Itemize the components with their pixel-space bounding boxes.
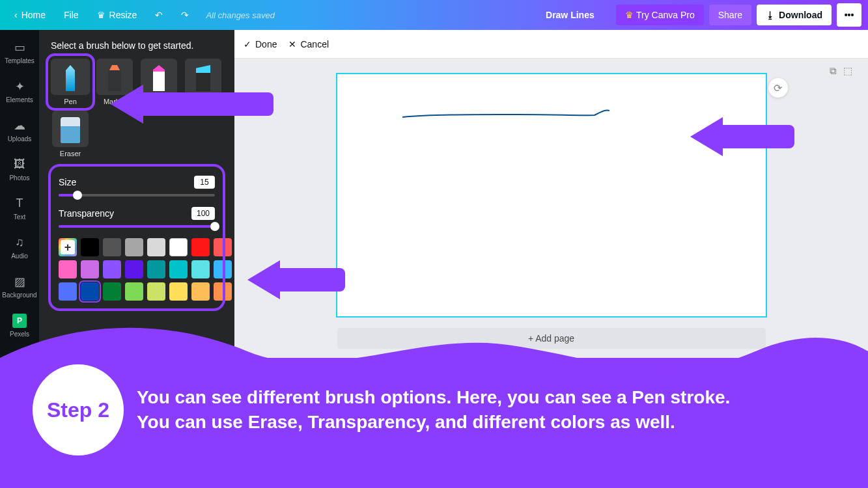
- add-color-button[interactable]: [59, 238, 77, 256]
- color-swatch[interactable]: [169, 238, 188, 256]
- brush-pen[interactable]: Pen: [48, 56, 92, 108]
- color-swatch[interactable]: [81, 260, 99, 278]
- download-label: Download: [779, 10, 822, 20]
- undo-icon: ↶: [155, 10, 163, 20]
- cancel-label: Cancel: [300, 39, 329, 49]
- glowpen-icon: [153, 65, 165, 91]
- brush-row-2: Eraser: [51, 111, 223, 157]
- brush-marker[interactable]: Marker: [95, 59, 134, 105]
- color-swatch[interactable]: [103, 238, 121, 256]
- text-icon: T: [12, 197, 27, 211]
- brush-glowpen[interactable]: Glow pen: [139, 59, 178, 105]
- add-page-icon[interactable]: ⬚: [843, 65, 852, 77]
- try-pro-button[interactable]: ♛Try Canva Pro: [616, 5, 704, 25]
- design-title-input[interactable]: [546, 10, 611, 20]
- try-pro-label: Try Canva Pro: [636, 10, 695, 20]
- sidebar-item-elements[interactable]: ✦Elements: [0, 72, 39, 111]
- size-row: Size 15: [59, 176, 215, 189]
- tutorial-banner: Step 2 You can see different brush optio…: [0, 358, 868, 488]
- uploads-icon: ☁: [12, 118, 27, 133]
- marker-icon: [108, 65, 121, 91]
- dots-icon: •••: [845, 10, 854, 20]
- color-swatch[interactable]: [147, 260, 165, 278]
- color-swatch[interactable]: [147, 282, 165, 301]
- done-button[interactable]: ✓Done: [244, 39, 277, 49]
- sidebar-item-label: Text: [14, 213, 25, 221]
- undo-button[interactable]: ↶: [147, 6, 171, 24]
- highlighter-icon: [196, 65, 210, 91]
- color-swatch[interactable]: [125, 260, 143, 278]
- color-swatch[interactable]: [214, 260, 232, 278]
- color-swatch[interactable]: [125, 282, 143, 301]
- download-icon: ⭳: [766, 10, 775, 20]
- transparency-slider[interactable]: [59, 225, 215, 228]
- sidebar-item-label: Elements: [6, 96, 33, 103]
- slider-knob[interactable]: [210, 222, 219, 231]
- refresh-button[interactable]: ⟳: [768, 78, 788, 98]
- tutorial-text: You can see different brush options. Her…: [137, 385, 848, 435]
- sidebar-item-templates[interactable]: ▭Templates: [0, 33, 39, 72]
- brush-highlighter[interactable]: Highlighter: [184, 59, 223, 105]
- color-swatch[interactable]: [81, 282, 99, 301]
- size-value[interactable]: 15: [194, 176, 215, 189]
- color-swatch[interactable]: [191, 282, 210, 301]
- sidebar-item-audio[interactable]: ♫Audio: [0, 228, 39, 267]
- crown-icon: ♛: [97, 10, 105, 20]
- slider-knob[interactable]: [73, 191, 82, 200]
- sidebar-item-label: Templates: [5, 57, 35, 64]
- download-button[interactable]: ⭳ Download: [757, 5, 832, 25]
- templates-icon: ▭: [12, 40, 27, 55]
- brush-settings: Size 15 Transparency 100: [51, 167, 223, 308]
- background-icon: ▨: [12, 275, 27, 289]
- home-button[interactable]: ‹ Home: [7, 6, 53, 24]
- tutorial-line2: You can use Erase, Transparency, and dif…: [137, 410, 848, 435]
- sidebar-item-text[interactable]: TText: [0, 189, 39, 228]
- file-button[interactable]: File: [56, 6, 87, 24]
- brush-hint: Select a brush below to get started.: [51, 40, 223, 51]
- canvas[interactable]: ⟳: [337, 74, 766, 316]
- sidebar-item-photos[interactable]: 🖼Photos: [0, 150, 39, 189]
- redo-button[interactable]: ↷: [173, 6, 197, 24]
- color-swatch[interactable]: [125, 238, 143, 256]
- brush-glow-label: Glow pen: [144, 98, 174, 105]
- transparency-value[interactable]: 100: [191, 207, 215, 220]
- color-swatch[interactable]: [81, 238, 99, 256]
- elements-icon: ✦: [12, 79, 27, 94]
- cancel-button[interactable]: ✕Cancel: [288, 39, 329, 49]
- color-swatch[interactable]: [147, 238, 165, 256]
- sidebar-item-label: Photos: [9, 174, 29, 182]
- page-icons: ⧉ ⬚: [830, 65, 852, 77]
- sidebar-item-uploads[interactable]: ☁Uploads: [0, 111, 39, 150]
- brush-pen-label: Pen: [64, 98, 77, 105]
- color-swatch[interactable]: [169, 260, 188, 278]
- color-swatch[interactable]: [59, 260, 77, 278]
- step-label: Step 2: [47, 398, 109, 422]
- color-swatch[interactable]: [103, 282, 121, 301]
- topbar-left: ‹ Home File ♛ Resize ↶ ↷ All changes sav…: [7, 6, 275, 24]
- duplicate-page-icon[interactable]: ⧉: [830, 65, 837, 77]
- transparency-label: Transparency: [59, 208, 114, 219]
- color-swatch[interactable]: [103, 260, 121, 278]
- step-badge: Step 2: [33, 364, 124, 455]
- size-slider[interactable]: [59, 194, 215, 197]
- size-label: Size: [59, 177, 76, 187]
- share-button[interactable]: Share: [709, 5, 751, 25]
- check-icon: ✓: [244, 39, 251, 49]
- share-label: Share: [718, 10, 742, 20]
- save-status: All changes saved: [206, 10, 275, 20]
- crown-icon: ♛: [625, 10, 634, 20]
- sidebar-item-background[interactable]: ▨Background: [0, 267, 39, 306]
- color-swatch[interactable]: [191, 260, 210, 278]
- color-swatch[interactable]: [191, 238, 210, 256]
- done-label: Done: [255, 39, 277, 49]
- photos-icon: 🖼: [12, 157, 27, 172]
- color-swatch[interactable]: [169, 282, 188, 301]
- pen-stroke: [337, 74, 766, 316]
- color-swatch[interactable]: [214, 238, 232, 256]
- color-swatch[interactable]: [59, 282, 77, 301]
- more-button[interactable]: •••: [837, 3, 861, 27]
- brush-eraser[interactable]: Eraser: [51, 111, 90, 157]
- resize-button[interactable]: ♛ Resize: [89, 6, 145, 24]
- color-swatch[interactable]: [214, 282, 232, 301]
- redo-icon: ↷: [181, 10, 189, 20]
